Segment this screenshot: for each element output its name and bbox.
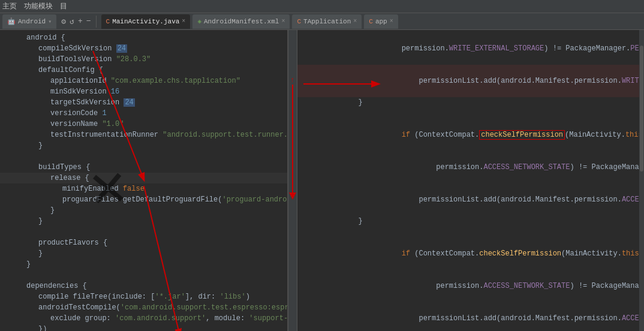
minus-icon[interactable]: − xyxy=(86,17,91,26)
code-line-27: exclude group: 'com.android.support', mo… xyxy=(0,313,287,324)
code-line-20: productFlavors { xyxy=(0,237,287,248)
sync-icon[interactable]: ⚙ xyxy=(61,17,66,26)
code-line-24: dependencies { xyxy=(0,281,287,291)
xml-icon: ◈ xyxy=(197,17,201,25)
tab-android-label: Android xyxy=(18,18,46,25)
tab-tapplication-label: TApplication xyxy=(303,18,351,25)
middle-gutter: → xyxy=(288,30,297,331)
java-icon-tapplication: C xyxy=(297,18,301,25)
scrollbar-thumb[interactable] xyxy=(640,46,643,171)
right-line-10: if (ContextCompat.checkSelfPermission(Ma… xyxy=(297,237,644,270)
menu-bar: 主页 功能模块 目 xyxy=(0,0,644,13)
right-code-panel: permission.WRITE_EXTERNAL_STORAGE) != Pa… xyxy=(297,30,644,331)
tab-app-label: app xyxy=(375,18,387,25)
code-line-3: buildToolsVersion "28.0.3" xyxy=(0,54,287,65)
code-line-release: release { xyxy=(0,173,287,183)
right-line-9 xyxy=(297,227,644,237)
menu-modules[interactable]: 功能模块 xyxy=(24,1,53,11)
tab-app[interactable]: C app × xyxy=(364,14,398,29)
right-line-6: permission.ACCESS_NETWORK_STATE) != Pack… xyxy=(297,151,644,183)
tab-androidmanifest[interactable]: ◈ AndroidManifest.xml × xyxy=(192,14,290,29)
code-line-4: defaultConfig { xyxy=(0,65,287,76)
code-line-25: compile fileTree(include: ['*.jar'], dir… xyxy=(0,291,287,302)
tab-app-close[interactable]: × xyxy=(390,18,393,25)
code-line-18: } xyxy=(0,216,287,227)
code-line-1: android { xyxy=(0,32,287,43)
menu-other[interactable]: 目 xyxy=(60,1,67,11)
code-line-2: compileSdkVersion 24 xyxy=(0,43,287,54)
menu-home[interactable]: 主页 xyxy=(2,1,17,11)
code-line-21: } xyxy=(0,248,287,259)
code-line-9: versionName "1.0" xyxy=(0,119,287,130)
code-line-6: minSdkVersion 16 xyxy=(0,86,287,97)
tab-tapplication-close[interactable]: × xyxy=(353,18,357,25)
toolbar-icons: ⚙ ↺ + − xyxy=(61,17,91,26)
right-code-area[interactable]: permission.WRITE_EXTERNAL_STORAGE) != Pa… xyxy=(297,30,644,331)
tab-mainactivity[interactable]: C MainActivity.java × xyxy=(101,14,191,29)
java-icon-app: C xyxy=(369,18,373,25)
code-line-7: targetSdkVersion 24 xyxy=(0,97,287,108)
right-line-12: permissionList.add(android.Manifest.perm… xyxy=(297,302,644,331)
refresh-icon[interactable]: ↺ xyxy=(70,17,74,26)
tab-mainactivity-close[interactable]: × xyxy=(182,18,185,25)
right-line-7: permissionList.add(android.Manifest.perm… xyxy=(297,183,644,216)
right-line-5: if (ContextCompat.checkSelfPermission(Ma… xyxy=(297,119,644,151)
right-line-1: permission.WRITE_EXTERNAL_STORAGE) != Pa… xyxy=(297,32,644,65)
right-scrollbar[interactable] xyxy=(639,30,644,331)
tab-tapplication[interactable]: C TApplication × xyxy=(292,14,362,29)
tab-android[interactable]: 🤖 Android ▾ xyxy=(2,14,56,29)
code-line-26: androidTestCompile('com.android.support.… xyxy=(0,302,287,313)
code-line-23 xyxy=(0,270,287,281)
tab-androidmanifest-close[interactable]: × xyxy=(281,18,285,25)
left-code-area[interactable]: android { compileSdkVersion 24 buildTool… xyxy=(0,30,287,331)
tab-mainactivity-label: MainActivity.java xyxy=(112,18,179,25)
right-line-3: } xyxy=(297,97,644,108)
code-line-11: } xyxy=(0,140,287,151)
code-line-12 xyxy=(0,151,287,162)
panels-row: android { compileSdkVersion 24 buildTool… xyxy=(0,30,644,331)
code-line-28: }) xyxy=(0,324,287,331)
tab-bar: 🤖 Android ▾ ⚙ ↺ + − C MainActivity.java … xyxy=(0,13,644,30)
code-line-15: minifyEnabled false xyxy=(0,183,287,194)
code-line-19 xyxy=(0,227,287,237)
right-line-11: permission.ACCESS_NETWORK_STATE) != Pack… xyxy=(297,270,644,302)
gutter-arrow-svg xyxy=(288,85,297,204)
android-icon: 🤖 xyxy=(7,17,16,25)
tab-android-close[interactable]: ▾ xyxy=(48,18,52,25)
right-line-4 xyxy=(297,108,644,119)
separator xyxy=(96,16,97,28)
left-code-panel: android { compileSdkVersion 24 buildTool… xyxy=(0,30,288,331)
code-line-16: proguardFiles getDefaultProguardFile('pr… xyxy=(0,194,287,205)
code-line-17: } xyxy=(0,205,287,216)
code-line-8: versionCode 1 xyxy=(0,108,287,119)
add-icon[interactable]: + xyxy=(78,17,83,26)
tab-androidmanifest-label: AndroidManifest.xml xyxy=(204,18,279,25)
code-line-5: applicationId "com.example.chs.tapplicat… xyxy=(0,76,287,86)
gutter-arrow: → xyxy=(288,78,297,82)
right-line-8: } xyxy=(297,216,644,227)
java-icon-main: C xyxy=(106,18,110,25)
right-line-2: permissionList.add(android.Manifest.perm… xyxy=(297,65,644,97)
code-line-13: buildTypes { xyxy=(0,162,287,173)
code-line-10: testInstrumentationRunner "android.suppo… xyxy=(0,130,287,140)
code-line-22: } xyxy=(0,259,287,270)
